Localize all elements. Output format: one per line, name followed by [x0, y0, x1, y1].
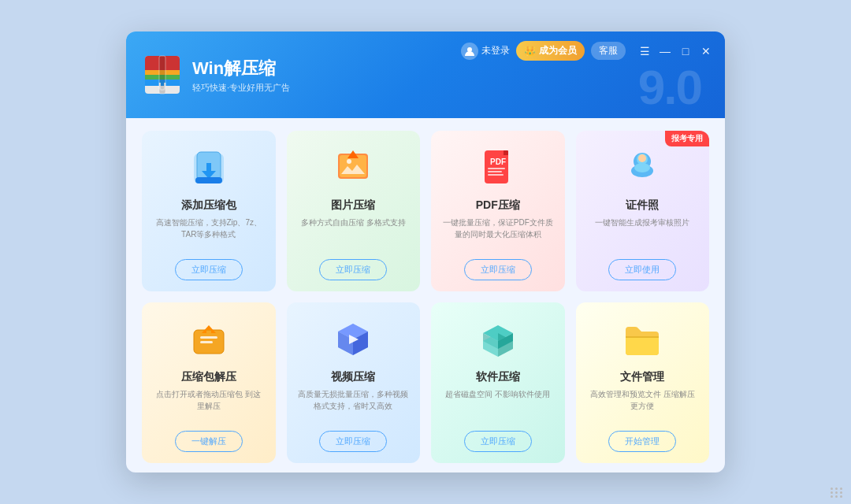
card-pdf-title: PDF压缩 — [476, 198, 520, 213]
file-manage-icon — [619, 317, 666, 364]
main-window: U Win解压缩 轻巧快速·专业好用无广告 未登录 👑 成为会员 — [126, 32, 725, 472]
svg-text:PDF: PDF — [490, 158, 506, 166]
svg-rect-26 — [488, 174, 504, 176]
card-id-photo-title: 证件照 — [626, 198, 659, 213]
card-pdf-compress: PDF PDF压缩 一键批量压缩，保证PDF文件质 量的同时最大化压缩体积 立即… — [431, 131, 565, 291]
svg-rect-47 — [626, 336, 659, 338]
card-video-button[interactable]: 立即压缩 — [319, 431, 387, 452]
svg-rect-25 — [488, 171, 502, 172]
main-content-grid: 添加压缩包 高速智能压缩，支持Zip、7z、 TAR等多种格式 立即压缩 图片压… — [126, 118, 725, 472]
vip-button[interactable]: 👑 成为会员 — [516, 41, 585, 61]
svg-rect-7 — [159, 56, 165, 94]
card-software-compress: 软件压缩 超省磁盘空间 不影响软件使用 立即压缩 — [431, 302, 565, 463]
pdf-compress-icon: PDF — [474, 145, 522, 192]
add-zip-icon — [185, 145, 232, 192]
card-file-manage: 文件管理 高效管理和预览文件 压缩解压更方便 开始管理 — [576, 302, 710, 463]
logo-section: U Win解压缩 轻巧快速·专业好用无广告 — [142, 54, 290, 95]
card-add-zip-desc: 高速智能压缩，支持Zip、7z、 TAR等多种格式 — [153, 217, 265, 251]
user-avatar-icon — [461, 43, 478, 60]
card-file-manage-button[interactable]: 开始管理 — [608, 431, 676, 452]
card-video-title: 视频压缩 — [331, 370, 375, 384]
card-add-zip-title: 添加压缩包 — [181, 198, 236, 213]
crown-icon: 👑 — [524, 46, 536, 57]
svg-rect-14 — [195, 177, 222, 183]
id-photo-icon — [619, 145, 666, 192]
svg-rect-24 — [488, 168, 505, 169]
card-software-title: 软件压缩 — [476, 370, 520, 384]
card-image-button[interactable]: 立即压缩 — [319, 259, 387, 280]
svg-rect-22 — [504, 150, 508, 155]
card-video-compress: 视频压缩 高质量无损批量压缩，多种视频 格式支持，省时又高效 立即压缩 — [287, 302, 421, 463]
vip-label: 成为会员 — [539, 44, 577, 57]
card-software-button[interactable]: 立即压缩 — [464, 431, 532, 452]
card-id-photo-desc: 一键智能生成报考审核照片 — [595, 217, 689, 251]
maximize-button[interactable]: □ — [679, 45, 692, 57]
user-login-label: 未登录 — [481, 44, 510, 57]
unzip-icon — [185, 317, 232, 364]
software-compress-icon — [474, 317, 522, 364]
card-file-manage-desc: 高效管理和预览文件 压缩解压更方便 — [587, 388, 699, 423]
svg-point-18 — [347, 159, 351, 164]
card-unzip: 压缩包解压 点击打开或者拖动压缩包 到这里解压 一键解压 — [142, 302, 276, 463]
card-id-photo-button[interactable]: 立即使用 — [608, 259, 676, 280]
card-image-desc: 多种方式自由压缩 多格式支持 — [301, 217, 406, 251]
image-compress-icon — [329, 145, 377, 192]
video-compress-icon — [329, 317, 377, 364]
app-logo-icon: U — [142, 54, 183, 95]
svg-point-30 — [638, 154, 646, 162]
svg-point-31 — [634, 163, 650, 172]
user-login-button[interactable]: 未登录 — [461, 43, 510, 60]
close-button[interactable]: ✕ — [700, 45, 712, 57]
guest-button[interactable]: 客服 — [591, 42, 626, 60]
card-image-title: 图片压缩 — [331, 198, 375, 213]
menu-button[interactable]: ☰ — [638, 45, 651, 57]
svg-rect-36 — [200, 341, 213, 343]
card-id-photo: 报考专用 证件照 一键智能生成报考审核照片 立即使用 — [576, 131, 710, 291]
card-pdf-desc: 一键批量压缩，保证PDF文件质 量的同时最大化压缩体积 — [442, 217, 554, 251]
card-id-photo-badge: 报考专用 — [665, 131, 709, 146]
version-watermark: 9.0 — [638, 63, 701, 112]
card-software-desc: 超省磁盘空间 不影响软件使用 — [445, 388, 550, 423]
app-subtitle: 轻巧快速·专业好用无广告 — [192, 82, 290, 94]
header: U Win解压缩 轻巧快速·专业好用无广告 未登录 👑 成为会员 — [126, 32, 725, 118]
svg-rect-20 — [485, 150, 508, 183]
card-add-zip-button[interactable]: 立即压缩 — [175, 259, 243, 280]
guest-label: 客服 — [599, 45, 618, 56]
logo-text-block: Win解压缩 轻巧快速·专业好用无广告 — [192, 57, 290, 94]
card-add-zip: 添加压缩包 高速智能压缩，支持Zip、7z、 TAR等多种格式 立即压缩 — [142, 131, 276, 291]
card-pdf-button[interactable]: 立即压缩 — [464, 259, 532, 280]
card-unzip-desc: 点击打开或者拖动压缩包 到这里解压 — [153, 388, 265, 423]
window-controls: ☰ — □ ✕ — [638, 45, 712, 57]
card-unzip-button[interactable]: 一键解压 — [175, 431, 243, 452]
card-unzip-title: 压缩包解压 — [181, 370, 236, 384]
app-title: Win解压缩 — [192, 57, 290, 80]
card-image-compress: 图片压缩 多种方式自由压缩 多格式支持 立即压缩 — [287, 131, 421, 291]
card-video-desc: 高质量无损批量压缩，多种视频 格式支持，省时又高效 — [298, 388, 410, 423]
card-file-manage-title: 文件管理 — [620, 370, 664, 384]
minimize-button[interactable]: — — [659, 45, 671, 57]
svg-rect-35 — [200, 336, 217, 339]
header-controls: 未登录 👑 成为会员 客服 ☰ — □ ✕ — [461, 41, 712, 61]
